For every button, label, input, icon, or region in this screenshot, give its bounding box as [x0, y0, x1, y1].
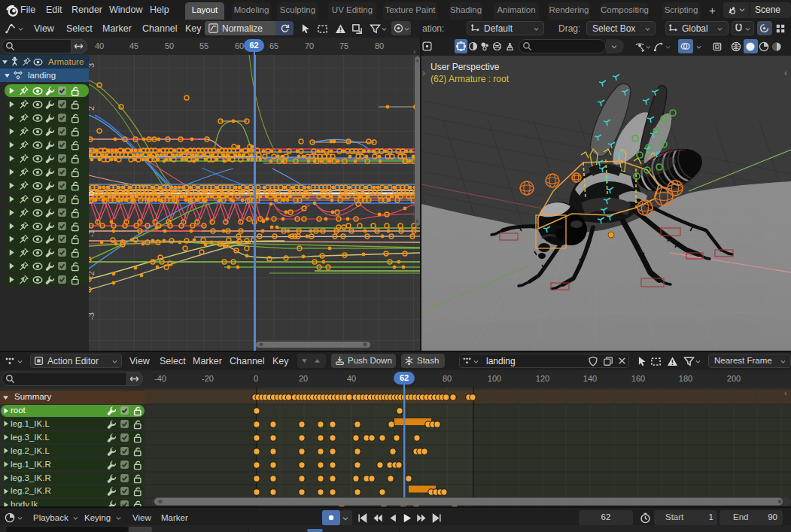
svg-text:2: 2: [89, 106, 96, 111]
svg-text:1: 1: [89, 148, 96, 153]
svg-text:3: 3: [89, 63, 96, 68]
svg-text:-1: -1: [89, 230, 96, 237]
svg-text:-2: -2: [89, 271, 96, 278]
svg-text:0: 0: [89, 191, 96, 196]
svg-text:-3: -3: [89, 312, 96, 320]
